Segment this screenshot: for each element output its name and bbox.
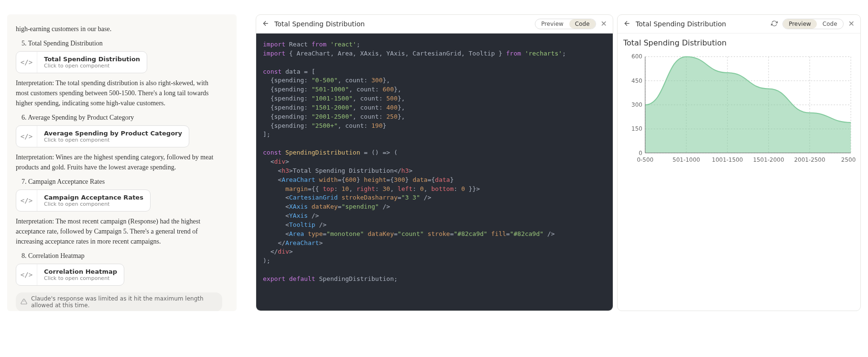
svg-text:501-1000: 501-1000 xyxy=(673,156,700,163)
component-card[interactable]: </>Correlation HeatmapClick to open comp… xyxy=(16,264,124,286)
component-card[interactable]: </>Campaign Acceptance RatesClick to ope… xyxy=(16,190,151,212)
toggle-code[interactable]: Code xyxy=(817,19,843,29)
component-title: Total Spending Distribution xyxy=(44,56,140,63)
code-icon: </> xyxy=(16,264,37,285)
list-item: 8. Correlation Heatmap xyxy=(22,252,222,260)
component-title: Average Spending by Product Category xyxy=(44,130,182,137)
code-pane-title: Total Spending Distribution xyxy=(274,20,530,28)
preview-pane: Total Spending Distribution Preview Code… xyxy=(617,14,861,311)
svg-text:0: 0 xyxy=(639,150,642,156)
length-limit-text: Claude's response was limited as it hit … xyxy=(31,295,217,309)
code-editor[interactable]: import React from 'react'; import { Area… xyxy=(256,33,613,311)
interpretation-text: Interpretation: The most recent campaign… xyxy=(16,216,222,246)
component-card[interactable]: </>Total Spending DistributionClick to o… xyxy=(16,51,147,73)
preview-pane-title: Total Spending Distribution xyxy=(636,20,766,28)
component-sub: Click to open component xyxy=(44,137,182,143)
component-card[interactable]: </>Average Spending by Product CategoryC… xyxy=(16,125,189,147)
component-title: Correlation Heatmap xyxy=(44,268,117,275)
area-chart: 01503004506000-500501-10001001-15001501-… xyxy=(622,51,856,166)
interpretation-text: Interpretation: The total spending distr… xyxy=(16,78,222,108)
chart-title: Total Spending Distribution xyxy=(623,38,856,47)
refresh-icon[interactable] xyxy=(771,20,778,28)
toggle-code[interactable]: Code xyxy=(569,19,596,29)
svg-text:0-500: 0-500 xyxy=(637,156,653,163)
length-limit-notice: Claude's response was limited as it hit … xyxy=(16,292,222,311)
warning-icon xyxy=(21,298,27,306)
code-pane: Total Spending Distribution Preview Code… xyxy=(256,14,613,311)
component-sub: Click to open component xyxy=(44,201,143,207)
list-item: 7. Campaign Acceptance Rates xyxy=(22,178,222,186)
component-title: Campaign Acceptance Rates xyxy=(44,194,143,201)
back-icon[interactable] xyxy=(623,20,631,29)
code-icon: </> xyxy=(16,52,37,73)
code-icon: </> xyxy=(16,126,37,147)
component-sub: Click to open component xyxy=(44,63,140,69)
svg-text:600: 600 xyxy=(631,53,642,60)
svg-text:450: 450 xyxy=(631,78,642,84)
preview-pane-header: Total Spending Distribution Preview Code… xyxy=(618,15,860,33)
code-pane-header: Total Spending Distribution Preview Code… xyxy=(256,15,613,33)
component-sub: Click to open component xyxy=(44,275,117,281)
svg-text:150: 150 xyxy=(631,125,642,132)
view-toggle: Preview Code xyxy=(535,19,596,29)
view-toggle: Preview Code xyxy=(782,19,843,29)
svg-text:1501-2000: 1501-2000 xyxy=(753,156,784,163)
svg-text:300: 300 xyxy=(631,101,642,108)
code-icon: </> xyxy=(16,190,37,211)
svg-text:2500+: 2500+ xyxy=(841,156,856,163)
truncated-text: high-earning customers in our base. xyxy=(16,24,222,34)
svg-text:2001-2500: 2001-2500 xyxy=(794,156,825,163)
interpretation-text: Interpretation: Wines are the highest sp… xyxy=(16,152,222,172)
back-icon[interactable] xyxy=(262,20,270,29)
list-item: 6. Average Spending by Product Category xyxy=(22,114,222,122)
close-icon[interactable]: ✕ xyxy=(848,20,855,28)
list-item: 5. Total Spending Distribution xyxy=(22,40,222,47)
toggle-preview[interactable]: Preview xyxy=(783,19,817,29)
close-icon[interactable]: ✕ xyxy=(601,20,607,28)
document-pane: high-earning customers in our base. 5. T… xyxy=(7,14,237,311)
toggle-preview[interactable]: Preview xyxy=(535,19,569,29)
preview-body: Total Spending Distribution 015030045060… xyxy=(618,33,860,170)
svg-text:1001-1500: 1001-1500 xyxy=(712,156,743,163)
